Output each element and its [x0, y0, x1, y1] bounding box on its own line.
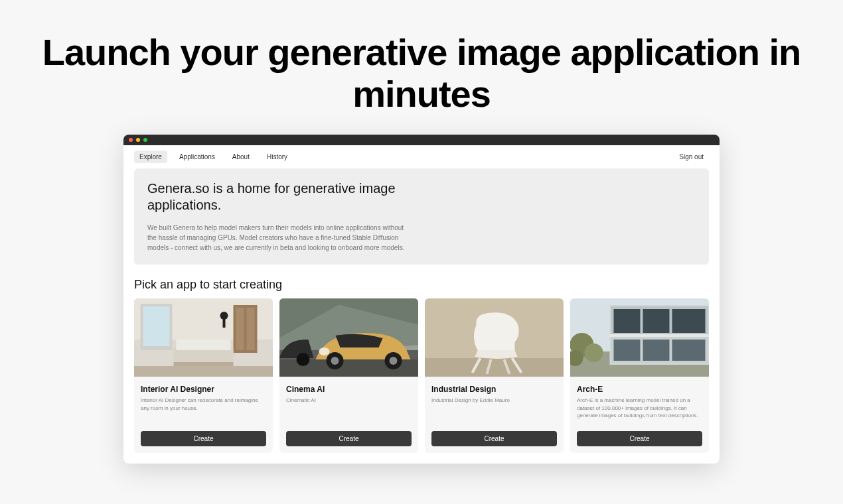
create-button[interactable]: Create	[141, 431, 266, 446]
svg-rect-25	[425, 358, 564, 377]
svg-rect-37	[672, 309, 706, 333]
svg-rect-7	[174, 348, 234, 364]
nav-applications[interactable]: Applications	[174, 151, 220, 163]
window-max-dot[interactable]	[143, 138, 147, 142]
svg-rect-12	[134, 366, 273, 377]
card-cinema-image	[279, 298, 418, 377]
card-title: Industrial Design	[431, 385, 557, 394]
svg-rect-39	[643, 340, 670, 361]
nav-history[interactable]: History	[262, 151, 293, 163]
intro-title: Genera.so is a home for generative image…	[147, 180, 426, 214]
app-cards: Interior AI Designer Interior AI Designe…	[123, 298, 720, 464]
card-desc: Cinematic AI	[286, 397, 412, 420]
svg-point-21	[390, 357, 398, 365]
card-industrial: Industrial Design Industrial Design by E…	[425, 298, 564, 453]
intro-card: Genera.so is a home for generative image…	[134, 168, 709, 265]
svg-rect-35	[614, 309, 641, 333]
svg-point-19	[331, 357, 339, 365]
card-industrial-image	[425, 298, 564, 377]
create-button[interactable]: Create	[286, 431, 412, 446]
card-interior: Interior AI Designer Interior AI Designe…	[134, 298, 273, 453]
svg-rect-5	[236, 308, 244, 350]
window-close-dot[interactable]	[129, 138, 133, 142]
svg-point-23	[297, 353, 310, 366]
svg-rect-11	[223, 316, 226, 328]
card-desc: Industrial Design by Eddie Mauro	[431, 397, 557, 420]
svg-rect-40	[672, 340, 706, 361]
nav-signout[interactable]: Sign out	[674, 151, 709, 163]
svg-rect-3	[143, 306, 170, 346]
card-interior-image	[134, 298, 273, 377]
card-arche-image	[570, 298, 709, 377]
svg-rect-6	[247, 308, 255, 350]
card-desc: Interior AI Designer can redecorate and …	[141, 397, 266, 420]
svg-rect-41	[610, 334, 710, 337]
section-title: Pick an app to start creating	[123, 265, 720, 298]
card-title: Arch-E	[577, 385, 702, 394]
svg-rect-38	[614, 340, 641, 361]
create-button[interactable]: Create	[577, 431, 702, 446]
browser-window: Explore Applications About History Sign …	[123, 135, 720, 464]
card-title: Cinema AI	[286, 385, 412, 394]
window-titlebar	[123, 135, 720, 145]
card-desc: Arch-E is a machine learning model train…	[577, 397, 702, 420]
svg-point-43	[585, 344, 603, 362]
svg-rect-8	[177, 340, 231, 350]
window-min-dot[interactable]	[136, 138, 140, 142]
card-title: Interior AI Designer	[141, 385, 266, 394]
create-button[interactable]: Create	[431, 431, 557, 446]
svg-point-22	[319, 347, 330, 355]
top-nav: Explore Applications About History Sign …	[123, 145, 720, 168]
nav-explore[interactable]: Explore	[134, 151, 167, 163]
hero-headline: Launch your generative image application…	[13, 32, 830, 115]
card-arche: Arch-E Arch-E is a machine learning mode…	[570, 298, 709, 453]
nav-about[interactable]: About	[227, 151, 255, 163]
svg-rect-36	[643, 309, 670, 333]
card-cinema: Cinema AI Cinematic AI Create	[279, 298, 418, 453]
intro-body: We built Genera to help model makers tur…	[147, 223, 406, 253]
